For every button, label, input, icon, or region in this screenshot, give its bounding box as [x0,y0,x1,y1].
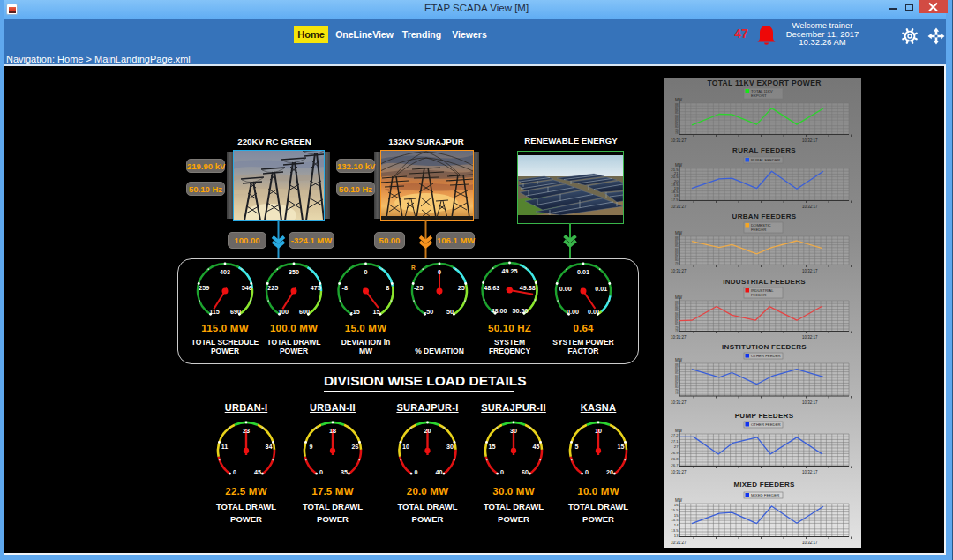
svg-text:OTHER FEEDER: OTHER FEEDER [751,354,781,358]
svg-text:10:32:17: 10:32:17 [802,138,818,143]
svg-text:MW: MW [675,429,683,433]
svg-text:RURAL FEEDER: RURAL FEEDER [751,158,780,162]
svg-text:17.5: 17.5 [671,198,679,202]
svg-text:URBAN FEEDERS: URBAN FEEDERS [732,213,797,220]
svg-text:10:31:27: 10:31:27 [671,400,687,405]
svg-text:10:32:17: 10:32:17 [802,269,818,273]
svg-text:10:31:27: 10:31:27 [671,541,687,545]
svg-text:TOTAL 11KV EXPORT POWER: TOTAL 11KV EXPORT POWER [707,78,821,87]
svg-text:78: 78 [675,131,679,135]
svg-text:RURAL FEEDERS: RURAL FEEDERS [732,146,796,154]
svg-text:16: 16 [674,503,679,507]
svg-text:13.5: 13.5 [671,528,679,533]
svg-text:10:32:17: 10:32:17 [802,400,818,405]
svg-text:MW: MW [675,231,683,235]
svg-text:15.5: 15.5 [671,508,679,512]
svg-text:10:32:17: 10:32:17 [802,541,818,545]
svg-text:10:31:27: 10:31:27 [671,138,687,143]
svg-text:10:31:27: 10:31:27 [671,335,687,340]
svg-text:10:32:17: 10:32:17 [802,470,818,474]
svg-text:27.1: 27.1 [671,439,679,444]
svg-text:10:32:17: 10:32:17 [802,335,818,340]
svg-text:FEEDER: FEEDER [751,228,766,232]
svg-text:14: 14 [674,523,679,527]
svg-text:FEEDER: FEEDER [751,293,766,297]
svg-text:MW: MW [675,98,683,102]
svg-text:10:32:17: 10:32:17 [802,205,818,209]
svg-text:PUMP FEEDERS: PUMP FEEDERS [735,412,794,420]
svg-text:10:31:27: 10:31:27 [671,269,687,273]
svg-text:26.7: 26.7 [671,463,679,467]
svg-text:MW: MW [675,163,683,168]
svg-text:79: 79 [675,262,679,265]
svg-text:10:31:27: 10:31:27 [671,205,687,209]
svg-text:78: 78 [675,329,679,332]
svg-text:13: 13 [674,534,679,538]
svg-text:INSTITUTION FEEDERS: INSTITUTION FEEDERS [722,343,807,351]
svg-text:15: 15 [674,513,679,518]
svg-text:MIXED FEEDERS: MIXED FEEDERS [733,481,795,489]
svg-text:14.5: 14.5 [671,518,679,522]
svg-text:78: 78 [675,392,679,395]
svg-text:MIXED FEEDER: MIXED FEEDER [751,493,779,497]
svg-text:10:31:27: 10:31:27 [671,470,687,474]
svg-text:OTHER FEEDER: OTHER FEEDER [751,422,781,427]
svg-text:MW: MW [675,358,683,362]
svg-text:EXPORT: EXPORT [751,93,767,98]
svg-text:MW: MW [675,295,683,300]
svg-text:INDUSTRIAL FEEDERS: INDUSTRIAL FEEDERS [723,278,806,286]
svg-text:27.2: 27.2 [671,433,679,437]
svg-text:27: 27 [674,444,679,449]
svg-text:26.9: 26.9 [671,451,679,455]
svg-text:26.8: 26.8 [671,457,679,461]
svg-text:MW: MW [675,498,683,503]
